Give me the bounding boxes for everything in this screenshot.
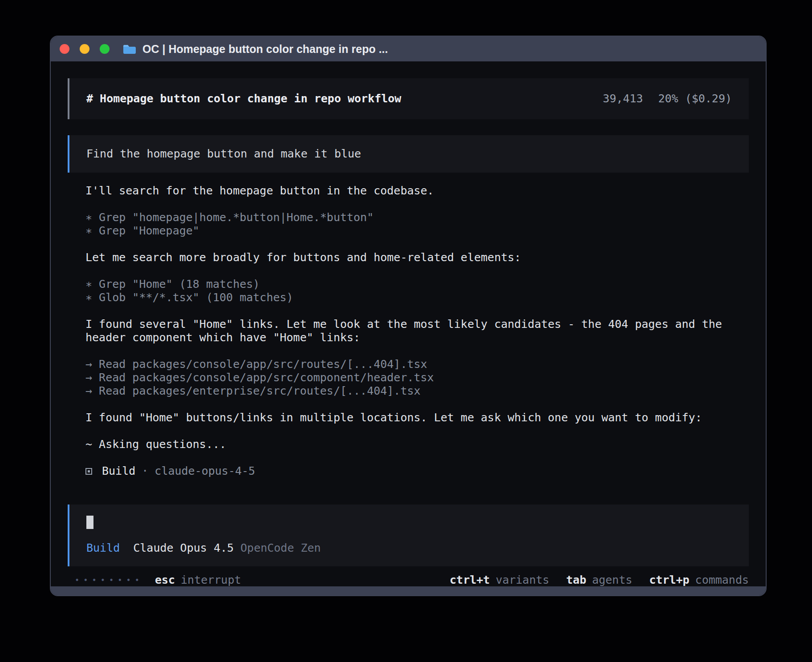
agent-status-line: Build · claude-opus-4-5 xyxy=(85,464,749,478)
hint-agents: tab agents xyxy=(566,573,632,587)
terminal-content: # Homepage button color change in repo w… xyxy=(51,61,766,586)
assistant-message: I'll search for the homepage button in t… xyxy=(85,184,749,198)
window-bottom-chrome xyxy=(51,586,766,595)
key-esc: esc xyxy=(155,573,175,587)
mode-label[interactable]: Build xyxy=(86,541,120,555)
agent-model: claude-opus-4-5 xyxy=(154,464,255,478)
tool-call-grep: ∗ Grep "Home" (18 matches) xyxy=(85,278,749,291)
tool-call-read: → Read packages/console/app/src/routes/[… xyxy=(85,358,749,371)
spinner-dots: •••••••• xyxy=(75,573,143,587)
agent-name: Build xyxy=(102,464,135,478)
hint-label-agents: agents xyxy=(592,573,632,587)
close-button[interactable] xyxy=(60,44,69,54)
hint-label-variants: variants xyxy=(495,573,549,587)
title-bar[interactable]: OC | Homepage button color change in rep… xyxy=(51,36,766,61)
assistant-message: I found "Home" buttons/links in multiple… xyxy=(85,411,749,424)
minimize-button[interactable] xyxy=(80,44,89,54)
tool-call-read: → Read packages/enterprise/src/routes/[.… xyxy=(85,384,749,398)
hint-interrupt: esc interrupt xyxy=(155,573,241,587)
hint-variants: ctrl+t variants xyxy=(450,573,549,587)
hint-commands: ctrl+p commands xyxy=(649,573,749,587)
status-bar-right: ctrl+t variants tab agents ctrl+p comman… xyxy=(450,573,749,587)
user-message-text: Find the homepage button and make it blu… xyxy=(86,147,361,160)
tool-call-glob: ∗ Glob "**/*.tsx" (100 matches) xyxy=(85,291,749,304)
status-bar: •••••••• esc interrupt ctrl+t variants t… xyxy=(68,573,749,587)
key-ctrl-t: ctrl+t xyxy=(450,573,490,587)
token-count: 39,413 xyxy=(603,92,643,105)
conversation: I'll search for the homepage button in t… xyxy=(85,184,749,491)
tool-call-read: → Read packages/console/app/src/componen… xyxy=(85,371,749,384)
assistant-message: header component which have "Home" links… xyxy=(85,331,749,344)
text-cursor xyxy=(86,516,93,529)
provider-label: OpenCode Zen xyxy=(240,541,321,555)
folder-icon xyxy=(123,44,136,54)
input-meta: Build Claude Opus 4.5 OpenCode Zen xyxy=(86,541,732,555)
window-title: OC | Homepage button color change in rep… xyxy=(142,43,388,56)
context-usage: 20% ($0.29) xyxy=(658,92,732,105)
assistant-message: Let me search more broadly for buttons a… xyxy=(85,251,749,264)
session-header: # Homepage button color change in repo w… xyxy=(68,78,749,119)
prompt-input[interactable]: Build Claude Opus 4.5 OpenCode Zen xyxy=(68,505,749,566)
terminal-window: OC | Homepage button color change in rep… xyxy=(50,36,767,596)
agent-icon xyxy=(85,468,92,475)
user-message: Find the homepage button and make it blu… xyxy=(68,135,749,173)
model-label[interactable]: Claude Opus 4.5 xyxy=(133,541,234,555)
tool-call-grep: ∗ Grep "Homepage" xyxy=(85,224,749,238)
assistant-message: I found several "Home" links. Let me loo… xyxy=(85,318,749,331)
tool-call-grep: ∗ Grep "homepage|home.*button|Home.*butt… xyxy=(85,211,749,224)
key-tab: tab xyxy=(566,573,586,587)
assistant-status: ~ Asking questions... xyxy=(85,438,749,451)
zoom-button[interactable] xyxy=(100,44,110,54)
hint-label-interrupt: interrupt xyxy=(181,573,241,587)
session-stats: 39,413 20% ($0.29) xyxy=(603,92,732,105)
agent-separator: · xyxy=(142,464,148,478)
traffic-lights xyxy=(60,44,110,54)
hint-label-commands: commands xyxy=(695,573,749,587)
key-ctrl-p: ctrl+p xyxy=(649,573,689,587)
session-title: # Homepage button color change in repo w… xyxy=(86,92,401,105)
